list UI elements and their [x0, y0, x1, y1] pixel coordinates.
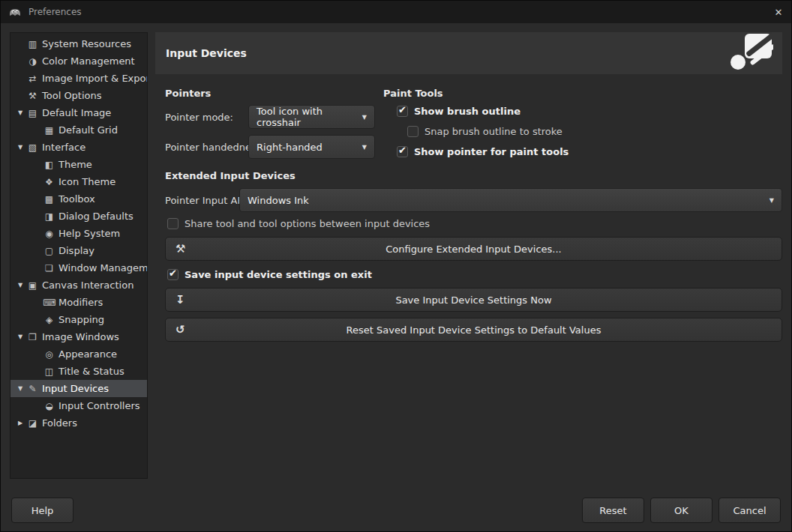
- pointer-handedness-value: Right-handed: [256, 142, 322, 153]
- chevron-down-icon: ▼: [355, 114, 367, 121]
- toolbox-icon: ▩: [43, 194, 56, 205]
- sidebar-item-label: Appearance: [58, 348, 117, 360]
- expander-icon[interactable]: ▼: [14, 282, 26, 288]
- checkbox-label: Show pointer for paint tools: [414, 146, 568, 157]
- sidebar-item-display[interactable]: ▢Display: [10, 242, 147, 259]
- pointer-handedness-dropdown[interactable]: Right-handed ▼: [248, 135, 375, 159]
- sidebar-item-image-windows[interactable]: ▼❐Image Windows: [10, 328, 147, 345]
- share-tool-options-checkbox[interactable]: Share tool and tool options between inpu…: [167, 218, 430, 229]
- pointer-mode-dropdown[interactable]: Tool icon with crosshair ▼: [248, 105, 375, 129]
- window-title: Preferences: [28, 7, 82, 17]
- sidebar-item-label: Snapping: [58, 314, 104, 325]
- sidebar-item-input-controllers[interactable]: ◒Input Controllers: [10, 397, 147, 414]
- help-system-icon: ◉: [43, 229, 56, 239]
- sidebar-item-label: Image Import & Export: [42, 73, 148, 84]
- sidebar-item-window-management[interactable]: ❏Window Management: [10, 259, 147, 276]
- expander-icon[interactable]: ▼: [14, 109, 26, 116]
- expander-icon[interactable]: ▼: [14, 385, 26, 392]
- sidebar-item-label: Theme: [58, 159, 92, 170]
- sidebar-item-label: Image Windows: [42, 331, 119, 342]
- checkbox-icon[interactable]: [167, 218, 178, 229]
- folders-icon: ◪: [26, 418, 39, 429]
- sidebar-item-canvas-interaction[interactable]: ▼▣Canvas Interaction: [10, 276, 147, 294]
- reset-button[interactable]: Reset: [582, 498, 644, 523]
- sidebar-item-dialog-defaults[interactable]: ◨Dialog Defaults: [10, 208, 147, 225]
- checkbox-icon[interactable]: [397, 146, 408, 157]
- sidebar-item-label: Help System: [58, 228, 120, 239]
- title-status-icon: ◫: [43, 366, 56, 377]
- sidebar-item-icon-theme[interactable]: ❖Icon Theme: [10, 173, 147, 190]
- tool-options-icon: ⚒: [26, 91, 39, 101]
- sidebar-item-label: Default Grid: [58, 124, 118, 136]
- default-grid-icon: ▦: [43, 125, 56, 136]
- checkbox-label: Share tool and tool options between inpu…: [184, 218, 430, 229]
- save-input-device-settings-button[interactable]: ↧ Save Input Device Settings Now: [165, 288, 782, 312]
- sidebar-item-theme[interactable]: ◧Theme: [10, 156, 147, 173]
- pointer-mode-label: Pointer mode:: [165, 112, 233, 123]
- sidebar-item-color-management[interactable]: ◑Color Management: [10, 52, 147, 70]
- sidebar-item-appearance[interactable]: ◎Appearance: [10, 345, 147, 363]
- preferences-tree: ▥System Resources ◑Color Management ⇄Ima…: [10, 32, 148, 479]
- sidebar-item-help-system[interactable]: ◉Help System: [10, 225, 147, 242]
- expander-icon[interactable]: ▼: [14, 144, 26, 151]
- sidebar-item-label: Tool Options: [42, 90, 102, 101]
- pointer-input-api-dropdown[interactable]: Windows Ink ▼: [239, 188, 782, 212]
- reset-saved-settings-button[interactable]: ↺ Reset Saved Input Device Settings to D…: [165, 318, 782, 342]
- sidebar-item-label: Modifiers: [58, 297, 103, 308]
- show-brush-outline-checkbox[interactable]: Show brush outline: [397, 106, 520, 117]
- paint-tools-section-title: Paint Tools: [383, 88, 443, 99]
- appearance-icon: ◎: [43, 349, 56, 360]
- sidebar-item-default-image[interactable]: ▼▤Default Image: [10, 104, 147, 121]
- canvas-interaction-icon: ▣: [26, 280, 39, 291]
- sidebar-item-input-devices[interactable]: ▼✎Input Devices: [10, 380, 147, 397]
- sidebar-item-toolbox[interactable]: ▩Toolbox: [10, 190, 147, 208]
- sidebar-item-interface[interactable]: ▼▧Interface: [10, 139, 147, 156]
- configure-extended-devices-button[interactable]: ⚒ Configure Extended Input Devices...: [165, 237, 782, 261]
- cancel-button[interactable]: Cancel: [718, 498, 781, 523]
- expander-icon[interactable]: ▶: [14, 420, 26, 426]
- close-icon[interactable]: ✕: [766, 1, 791, 23]
- color-management-icon: ◑: [26, 56, 39, 67]
- checkbox-icon[interactable]: [407, 126, 418, 137]
- checkbox-icon[interactable]: [397, 106, 408, 117]
- sidebar-item-modifiers[interactable]: ⌨Modifiers: [10, 294, 147, 311]
- button-label: OK: [674, 505, 688, 516]
- system-resources-icon: ▥: [26, 39, 39, 49]
- chevron-down-icon: ▼: [355, 144, 367, 151]
- pointer-mode-value: Tool icon with crosshair: [256, 106, 355, 128]
- icon-theme-icon: ❖: [43, 177, 56, 187]
- sidebar-item-folders[interactable]: ▶◪Folders: [10, 414, 147, 432]
- snap-brush-outline-checkbox[interactable]: Snap brush outline to stroke: [407, 126, 562, 137]
- pointers-section-title: Pointers: [165, 88, 211, 99]
- dialog-footer: Help Reset OK Cancel: [1, 495, 791, 525]
- sidebar-item-tool-options[interactable]: ⚒Tool Options: [10, 87, 147, 104]
- sidebar-item-title-status[interactable]: ◫Title & Status: [10, 363, 147, 380]
- sidebar-item-label: Input Devices: [42, 383, 109, 394]
- sidebar-item-system-resources[interactable]: ▥System Resources: [10, 35, 147, 52]
- sidebar-item-label: Title & Status: [58, 366, 124, 377]
- expander-icon[interactable]: ▼: [14, 333, 26, 340]
- page-title: Input Devices: [166, 47, 247, 59]
- checkbox-label: Show brush outline: [414, 106, 520, 117]
- sidebar-item-image-import-export[interactable]: ⇄Image Import & Export: [10, 70, 147, 87]
- checkbox-icon[interactable]: [167, 269, 178, 280]
- display-icon: ▢: [43, 246, 56, 256]
- button-label: Reset: [599, 505, 626, 516]
- sidebar-item-label: Default Image: [42, 107, 111, 118]
- button-label: Configure Extended Input Devices...: [386, 244, 561, 255]
- help-button[interactable]: Help: [11, 498, 74, 523]
- show-pointer-paint-tools-checkbox[interactable]: Show pointer for paint tools: [397, 146, 568, 157]
- ok-button[interactable]: OK: [650, 498, 712, 523]
- input-devices-icon: ✎: [26, 384, 39, 394]
- sidebar-item-label: System Resources: [42, 38, 131, 49]
- titlebar: Preferences ✕: [1, 1, 791, 23]
- snapping-icon: ◈: [43, 315, 56, 325]
- input-controllers-icon: ◒: [43, 401, 56, 411]
- save-settings-on-exit-checkbox[interactable]: Save input device settings on exit: [167, 269, 372, 280]
- button-label: Save Input Device Settings Now: [395, 294, 551, 306]
- button-label: Help: [32, 505, 54, 516]
- sidebar-item-snapping[interactable]: ◈Snapping: [10, 311, 147, 328]
- theme-icon: ◧: [43, 160, 56, 170]
- sidebar-item-label: Interface: [42, 142, 86, 153]
- sidebar-item-default-grid[interactable]: ▦Default Grid: [10, 121, 147, 139]
